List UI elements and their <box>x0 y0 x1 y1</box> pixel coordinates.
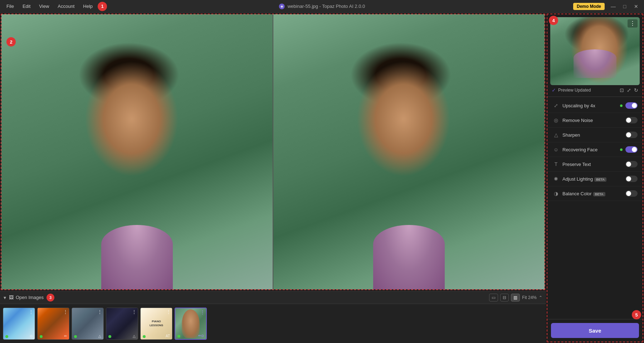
adjust-lighting-row: ✺ Adjust LightingBETA <box>547 172 643 186</box>
thumb-icon-2: ✏ <box>64 334 67 338</box>
canvas-pane-right <box>273 14 545 289</box>
save-section: Save <box>547 319 643 342</box>
adjust-lighting-beta: BETA <box>594 177 606 182</box>
check-icon: ✓ <box>552 87 556 93</box>
expand-icon[interactable]: ⤢ <box>627 87 631 93</box>
filmstrip-toggle[interactable]: ▾ <box>4 295 6 300</box>
upscaling-toggle[interactable] <box>625 102 638 109</box>
main-layout: 2 <box>0 13 644 343</box>
sharpen-row: △ Sharpen <box>547 128 643 142</box>
canvas-wrapper: 2 <box>0 13 546 343</box>
thumb-dot-5 <box>143 335 146 338</box>
recovering-face-row: ☺ Recovering Face <box>547 142 643 157</box>
upscaling-label: Upscaling by 4x <box>562 103 617 108</box>
badge-1: 1 <box>98 2 107 11</box>
adjust-lighting-label: Adjust LightingBETA <box>562 176 623 182</box>
thumb-dot-1 <box>5 335 8 338</box>
recovering-face-label: Recovering Face <box>562 147 617 152</box>
view-dual-button[interactable]: ▥ <box>511 294 520 302</box>
thumb-dot-4 <box>108 335 111 338</box>
canvas-area <box>1 14 545 290</box>
crop-icon[interactable]: ⊡ <box>620 87 624 93</box>
minimize-button[interactable]: — <box>608 1 618 11</box>
thumbnail-4[interactable]: ⋮ △ <box>106 308 138 340</box>
open-images-button[interactable]: 🖼 Open Images <box>9 295 44 300</box>
thumb-icon-5: AT <box>166 334 170 338</box>
save-button[interactable]: Save <box>551 323 639 338</box>
photo-left[interactable] <box>1 14 273 289</box>
remove-noise-icon: ◎ <box>552 117 560 124</box>
demo-mode-button[interactable]: Demo Mode <box>573 3 605 10</box>
sharpen-label: Sharpen <box>562 132 623 138</box>
thumbnail-6[interactable]: ⋮ ✏⊙ <box>175 308 207 340</box>
expand-button[interactable]: ⌃ <box>539 295 542 300</box>
adjustments-section: ⤢ Upscaling by 4x ◎ Remove Noise △ Sharp… <box>547 97 643 319</box>
menu-file[interactable]: File <box>3 2 18 10</box>
remove-noise-row: ◎ Remove Noise <box>547 113 643 128</box>
preview-menu-button[interactable]: ⋮ <box>628 19 638 28</box>
menu-bar: File Edit View Account Help 1 ◈ webinar-… <box>0 0 644 13</box>
sharpen-icon: △ <box>552 131 560 138</box>
menu-edit[interactable]: Edit <box>19 2 34 10</box>
thumb-menu-3[interactable]: ⋮ <box>98 309 102 314</box>
thumbnail-1[interactable]: ⋮ ⊙ <box>3 308 35 340</box>
badge-3: 3 <box>47 294 54 302</box>
maximize-button[interactable]: □ <box>620 1 630 11</box>
preview-section: ⋮ ✓ Preview Updated ⊡ ⤢ ↻ <box>547 14 643 97</box>
view-split-button[interactable]: ⊟ <box>500 294 509 302</box>
menu-help[interactable]: Help <box>79 2 96 10</box>
balance-color-icon: ◑ <box>552 190 560 197</box>
preview-actions: ⊡ ⤢ ↻ <box>620 87 638 93</box>
menu-items: File Edit View Account Help 1 <box>3 2 107 11</box>
recovering-face-toggle[interactable] <box>625 146 638 153</box>
view-single-button[interactable]: ▭ <box>489 294 498 302</box>
close-button[interactable]: ✕ <box>631 1 641 11</box>
thumb-dot-2 <box>40 335 43 338</box>
filmstrip-view-controls: ▭ ⊟ ▥ Fit 24% ⌃ <box>489 294 542 302</box>
preserve-text-label: Preserve Text <box>562 162 623 167</box>
thumb-menu-2[interactable]: ⋮ <box>63 309 68 314</box>
filmstrip-toolbar: ▾ 🖼 Open Images 3 ▭ ⊟ ▥ Fit 24% ⌃ <box>0 291 546 304</box>
thumb-menu-4[interactable]: ⋮ <box>132 309 136 314</box>
adjust-lighting-toggle[interactable] <box>625 176 638 182</box>
canvas-pane-left <box>1 14 273 289</box>
sharpen-toggle[interactable] <box>625 132 638 138</box>
upscaling-row: ⤢ Upscaling by 4x <box>547 98 643 113</box>
upscaling-dot <box>620 104 623 107</box>
filmstrip: ⋮ ⊙ ⋮ ✏ ⋮ △ <box>0 304 546 343</box>
recovering-face-icon: ☺ <box>552 146 560 153</box>
photo-right[interactable] <box>273 14 545 289</box>
thumb-icon-3: △ <box>98 334 101 338</box>
thumb-menu-5[interactable]: ⋮ <box>166 309 171 314</box>
thumb-dot-6 <box>177 335 180 338</box>
adjust-lighting-icon: ✺ <box>552 175 560 182</box>
balance-color-beta: BETA <box>593 192 605 196</box>
preview-status: ✓ Preview Updated ⊡ ⤢ ↻ <box>550 85 640 94</box>
preview-thumbnail: ⋮ <box>550 17 640 85</box>
balance-color-label: Balance ColorBETA <box>562 191 623 196</box>
refresh-icon[interactable]: ↻ <box>634 87 638 93</box>
balance-color-toggle[interactable] <box>625 190 638 197</box>
open-images-icon: 🖼 <box>9 295 14 300</box>
balance-color-row: ◑ Balance ColorBETA <box>547 186 643 201</box>
thumb-menu-1[interactable]: ⋮ <box>29 309 33 314</box>
thumb-icon-4: △ <box>133 334 136 338</box>
window-controls: — □ ✕ <box>608 1 641 11</box>
thumb-menu-6[interactable]: ⋮ <box>200 310 205 315</box>
menu-view[interactable]: View <box>35 2 53 10</box>
upscaling-icon: ⤢ <box>552 102 560 109</box>
menu-account[interactable]: Account <box>54 2 78 10</box>
app-title: webinar-55.jpg - Topaz Photo AI 2.0.0 <box>288 4 365 9</box>
thumbnail-5[interactable]: PIANOLESSONS ⋮ AT <box>140 308 172 340</box>
thumbnail-2[interactable]: ⋮ ✏ <box>37 308 69 340</box>
preserve-text-toggle[interactable] <box>625 161 638 167</box>
remove-noise-toggle[interactable] <box>625 117 638 123</box>
fit-label: Fit 24% <box>522 295 537 300</box>
title-bar: ◈ webinar-55.jpg - Topaz Photo AI 2.0.0 <box>279 4 365 9</box>
right-panel: 4 ⋮ ✓ Preview Updated ⊡ ⤢ ↻ ⤢ <box>547 14 643 342</box>
app-logo: ◈ <box>279 4 285 9</box>
thumb-icon-1: ⊙ <box>30 334 33 338</box>
thumbnail-3[interactable]: ⋮ △ <box>72 308 104 340</box>
remove-noise-label: Remove Noise <box>562 118 623 123</box>
shirt-overlay-left <box>101 225 173 289</box>
